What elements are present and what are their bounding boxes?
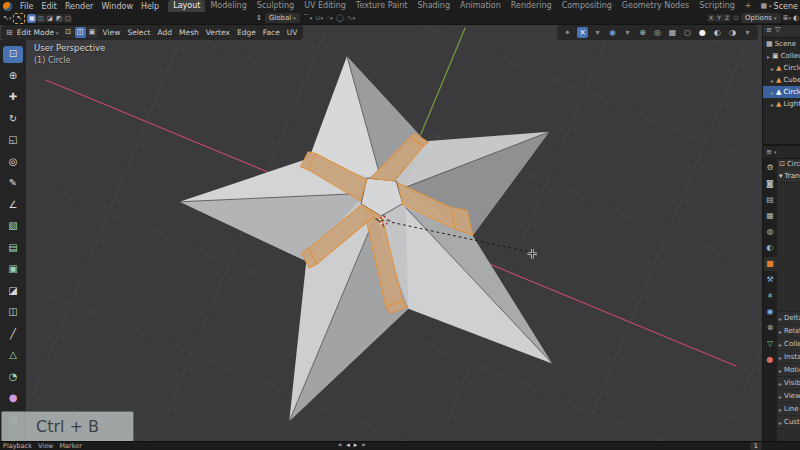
menu-add[interactable]: Add: [157, 29, 174, 37]
panel-custom-properties[interactable]: ▸Custom Properties: [777, 416, 800, 429]
show-gizmo-button[interactable]: ⊕: [637, 27, 648, 38]
tab-sculpting[interactable]: Sculpting: [252, 0, 299, 12]
active-tool-select-box[interactable]: ↖: [13, 13, 25, 24]
active-tool-dropdown[interactable]: ↖▾: [3, 15, 11, 22]
tab-compositing[interactable]: Compositing: [557, 0, 617, 12]
props-tab-output[interactable]: ▤: [764, 193, 777, 207]
props-tab-tool[interactable]: ⚙: [764, 161, 777, 175]
shading-dropdown[interactable]: ▾: [742, 27, 753, 38]
props-tab-scene[interactable]: ◍: [764, 225, 777, 239]
props-tab-material[interactable]: ●: [764, 353, 777, 367]
menu-uv[interactable]: UV: [286, 29, 299, 37]
orientation-dropdown[interactable]: Global▾: [265, 13, 300, 23]
mirror-z[interactable]: Z: [723, 14, 731, 22]
options-button[interactable]: Options▾: [741, 13, 781, 23]
select-mode-subtract[interactable]: ◪: [45, 14, 54, 23]
view-layer-dropdown[interactable]: ≣▾: [783, 15, 791, 22]
panel-relations[interactable]: ▸Relations: [777, 325, 800, 338]
mirror-x[interactable]: X: [707, 14, 715, 22]
panel-delta-transform[interactable]: ▸Delta Transform: [777, 312, 800, 325]
panel-relations-caret[interactable]: ▸: [779, 328, 782, 335]
tool-annotate[interactable]: ✎: [3, 175, 23, 192]
mirror-y[interactable]: Y: [715, 14, 723, 22]
tab-rendering[interactable]: Rendering: [506, 0, 557, 12]
tool-inset-faces[interactable]: ▣: [3, 261, 23, 278]
menu-window[interactable]: Window: [97, 3, 137, 11]
timeline-menu-playback[interactable]: Playback: [3, 443, 32, 450]
menu-render[interactable]: Render: [61, 3, 97, 11]
tab-geometry-nodes[interactable]: Geometry Nodes: [617, 0, 694, 12]
tool-knife[interactable]: ╱: [3, 325, 23, 342]
breadcrumb-object-label[interactable]: Circle: [787, 160, 800, 168]
tab-shading[interactable]: Shading: [412, 0, 455, 12]
edge-select-button[interactable]: ◫: [75, 27, 86, 38]
outliner-row-collection-caret[interactable]: ▸: [767, 53, 770, 60]
props-tab-data[interactable]: ▽: [764, 337, 777, 351]
proportional-editing-toggle[interactable]: ◉: [607, 27, 618, 38]
pivot-point-button[interactable]: ⌖: [562, 27, 573, 38]
xray-toggle-button[interactable]: ▦: [667, 27, 678, 38]
props-tab-constraints[interactable]: ⊗: [764, 321, 777, 335]
star-mesh[interactable]: [180, 56, 553, 421]
current-frame-field[interactable]: 1: [750, 442, 762, 450]
tab-layout[interactable]: Layout: [168, 0, 205, 12]
blender-logo-icon[interactable]: [3, 2, 12, 11]
tool-add-cube[interactable]: ▧: [3, 218, 23, 235]
panel-collections[interactable]: ▸Collections: [777, 338, 800, 351]
panel-viewport-display[interactable]: ▸Viewport Display: [777, 390, 800, 403]
tab-texture-paint[interactable]: Texture Paint: [351, 0, 413, 12]
props-tab-modifiers[interactable]: ⚒: [764, 273, 777, 287]
timeline-menu-view[interactable]: View: [38, 443, 53, 450]
select-mode-new[interactable]: ▦: [27, 14, 36, 23]
panel-instancing-caret[interactable]: ▸: [779, 354, 782, 361]
props-tab-render[interactable]: ◙: [764, 177, 777, 191]
transform-panel-header[interactable]: ▾ Transform: [777, 170, 800, 183]
snap-toggle-button[interactable]: ×: [577, 27, 588, 38]
tool-rotate[interactable]: ↻: [3, 110, 23, 127]
snap-curve-icon[interactable]: ⌒▾: [303, 15, 313, 22]
tool-select-box[interactable]: ⊡: [3, 46, 23, 63]
menu-view[interactable]: View: [102, 29, 122, 37]
tool-spin[interactable]: ◔: [3, 368, 23, 385]
shading-material-button[interactable]: ◐: [712, 27, 723, 38]
outliner-row-circle-mesh[interactable]: ▸▲Circle: [763, 62, 800, 74]
panel-visibility[interactable]: ▸Visibility: [777, 377, 800, 390]
snap-magnet-icon[interactable]: ∪▾: [315, 15, 323, 22]
jump-to-start-button[interactable]: «: [338, 442, 342, 449]
panel-motion-paths[interactable]: ▸Motion Paths: [777, 364, 800, 377]
face-select-button[interactable]: ▣: [87, 27, 98, 38]
outliner-row-scene[interactable]: ▦Scene: [763, 38, 800, 50]
outliner-row-object-2-caret[interactable]: ▸: [771, 77, 774, 84]
menu-mesh[interactable]: Mesh: [178, 29, 200, 37]
panel-visibility-caret[interactable]: ▸: [779, 380, 782, 387]
panel-custom-properties-caret[interactable]: ▸: [779, 419, 782, 426]
outliner-row-object-3-caret[interactable]: ▸: [771, 101, 774, 108]
menu-edit[interactable]: Edit: [37, 3, 61, 11]
panel-instancing[interactable]: ▸Instancing: [777, 351, 800, 364]
outliner-row-circle-selected[interactable]: ▸▲Circle: [763, 86, 800, 98]
panel-collections-caret[interactable]: ▸: [779, 341, 782, 348]
props-tab-view-layer[interactable]: ▦: [764, 209, 777, 223]
panel-line-art[interactable]: ▸Line Art: [777, 403, 800, 416]
jump-to-end-button[interactable]: »: [361, 442, 365, 449]
properties-editor-icon[interactable]: ≡: [766, 148, 772, 156]
timeline-menu-marker[interactable]: Marker: [59, 443, 81, 450]
outliner-row-circle-selected-caret[interactable]: ▸: [771, 89, 774, 96]
tool-measure[interactable]: ∠: [3, 196, 23, 213]
proportional-editing-icon[interactable]: ◯: [336, 15, 344, 22]
outliner-row-circle-mesh-caret[interactable]: ▸: [771, 65, 774, 72]
tool-loop-cut[interactable]: ◫: [3, 304, 23, 321]
mode-dropdown[interactable]: Edit Mode▾: [17, 28, 59, 37]
tool-move[interactable]: ✚: [3, 89, 23, 106]
shading-solid-button[interactable]: ●: [697, 27, 708, 38]
menu-edge[interactable]: Edge: [236, 29, 257, 37]
tool-bevel[interactable]: ◪: [3, 282, 23, 299]
proportional-dropdown[interactable]: ▾: [622, 27, 633, 38]
panel-line-art-caret[interactable]: ▸: [779, 406, 782, 413]
select-mode-intersect[interactable]: ▢: [63, 14, 72, 23]
props-tab-object[interactable]: ■: [764, 257, 777, 271]
tool-smooth[interactable]: ●: [3, 390, 23, 407]
props-tab-world[interactable]: ◐: [764, 241, 777, 255]
shading-wireframe-button[interactable]: ○: [682, 27, 693, 38]
menu-help[interactable]: Help: [137, 3, 163, 11]
